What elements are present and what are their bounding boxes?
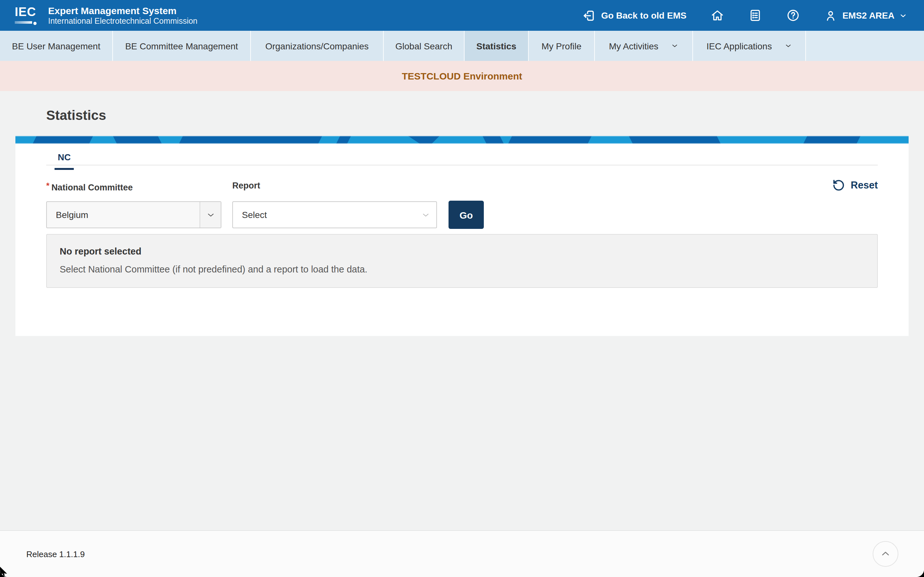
report-filter-form: *National Committee Report Reset Belgium: [46, 181, 878, 288]
iec-logo-text: IEC: [15, 6, 40, 18]
nav-be-committee-management[interactable]: BE Committee Management: [113, 31, 251, 61]
nav-statistics[interactable]: Statistics: [465, 31, 529, 61]
report-value: Select: [233, 202, 415, 227]
chevron-down-icon: [671, 42, 678, 49]
environment-banner-text: TESTCLOUD Environment: [402, 71, 522, 81]
chevron-up-icon: [880, 548, 891, 560]
nav-global-search[interactable]: Global Search: [384, 31, 465, 61]
iec-logo-bar: [15, 21, 32, 24]
statistics-card: NC *National Committee Report Reset: [15, 143, 909, 336]
chevron-down-icon: [415, 202, 436, 227]
app-title: Expert Management System: [48, 5, 198, 16]
go-back-label: Go Back to old EMS: [601, 10, 687, 21]
app-window: IEC Expert Management System Internation…: [0, 0, 924, 577]
chevron-down-icon: [200, 202, 221, 227]
documents-list-icon[interactable]: [748, 8, 762, 23]
report-select[interactable]: Select: [232, 201, 437, 228]
page-content: Statistics NC *National Committee: [0, 91, 924, 530]
message-title: No report selected: [60, 245, 864, 257]
top-header: IEC Expert Management System Internation…: [0, 0, 924, 31]
main-nav: BE User Management BE Committee Manageme…: [0, 31, 924, 61]
back-arrow-box-icon: [582, 8, 596, 23]
page-title: Statistics: [0, 91, 924, 123]
go-back-to-old-ems-button[interactable]: Go Back to old EMS: [582, 8, 687, 23]
user-icon: [824, 8, 838, 23]
account-menu[interactable]: EMS2 AREA: [824, 8, 907, 23]
reset-label: Reset: [851, 179, 878, 191]
no-report-message: No report selected Select National Commi…: [46, 234, 878, 288]
nav-iec-applications[interactable]: IEC Applications: [693, 31, 806, 61]
scroll-to-top-button[interactable]: [873, 541, 898, 567]
message-body: Select National Committee (if not predef…: [60, 263, 864, 275]
release-version: Release 1.1.1.9: [26, 549, 85, 559]
iec-logo-dot: [33, 22, 37, 25]
nav-be-user-management[interactable]: BE User Management: [0, 31, 113, 61]
reset-button[interactable]: Reset: [832, 179, 878, 192]
help-icon[interactable]: [786, 8, 800, 23]
go-button[interactable]: Go: [449, 201, 484, 229]
decorative-blue-band: [15, 136, 909, 143]
iec-logo[interactable]: IEC: [15, 6, 40, 25]
national-committee-label: National Committee: [51, 183, 133, 192]
required-marker: *: [46, 181, 49, 190]
chevron-down-icon: [899, 11, 907, 19]
tab-bar: NC: [46, 143, 878, 165]
app-subtitle: International Electrotechnical Commissio…: [48, 16, 198, 26]
home-icon[interactable]: [710, 8, 724, 23]
national-committee-value: Belgium: [47, 202, 200, 227]
nav-filler: [806, 31, 924, 61]
nav-my-activities[interactable]: My Activities: [595, 31, 693, 61]
reset-icon: [832, 179, 845, 192]
environment-banner: TESTCLOUD Environment: [0, 61, 924, 91]
nav-my-profile[interactable]: My Profile: [529, 31, 595, 61]
national-committee-select[interactable]: Belgium: [46, 201, 221, 228]
account-label: EMS2 AREA: [843, 10, 895, 21]
chevron-down-icon: [785, 42, 792, 49]
footer: Release 1.1.1.9: [0, 530, 924, 577]
nav-organizations-companies[interactable]: Organizations/Companies: [251, 31, 384, 61]
report-label: Report: [232, 181, 437, 193]
tab-nc[interactable]: NC: [55, 152, 74, 170]
